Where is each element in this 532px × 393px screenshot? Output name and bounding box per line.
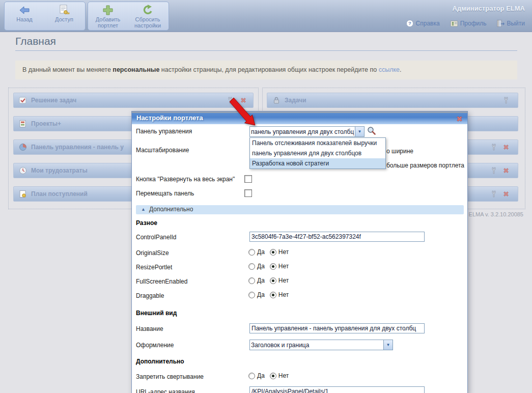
pie-chart-icon	[19, 143, 27, 151]
title-separator	[15, 50, 517, 51]
radio-no[interactable]	[270, 292, 276, 298]
combobox-dropdown-button[interactable]: ▼	[383, 340, 393, 350]
dropdown-option-new-strategy[interactable]: Разработка новой стратеги	[250, 158, 385, 169]
url-field-label: URL-адрес названия	[136, 388, 195, 393]
profile-link[interactable]: Профиль	[450, 19, 487, 27]
screen: Назад Доступ Добавить портлет Сбросит	[0, 0, 532, 393]
originalsize-radio-group: Да Нет	[248, 248, 294, 256]
project-doc-icon	[19, 120, 27, 128]
dropdown-option-revenue-tracking[interactable]: Панель отслеживания показателей выручки	[250, 138, 385, 148]
reset-settings-label: Сбросить настройки	[128, 16, 167, 29]
name-field-label: Название	[136, 325, 163, 332]
portlet-settings-dialog: Настройки портлета Панель управления ▼ М…	[131, 111, 468, 393]
reset-undo-icon	[142, 4, 154, 16]
scaling-option-fragment-larger: больше размеров портлета	[386, 162, 464, 169]
portlet-close-icon[interactable]	[502, 190, 510, 198]
radio-yes[interactable]	[248, 263, 255, 270]
portlet-settings-wrench-icon[interactable]	[490, 144, 497, 151]
portlet-title: Мои трудозатраты	[31, 163, 88, 178]
dialog-titlebar: Настройки портлета	[132, 111, 467, 124]
clock-icon	[19, 166, 27, 175]
portlet-close-icon[interactable]	[502, 144, 510, 151]
portlet-header-tasks-solving[interactable]: Решение задач	[13, 93, 254, 108]
radio-yes-label: Да	[257, 277, 265, 284]
portlet-settings-wrench-icon[interactable]	[490, 190, 497, 198]
radio-no[interactable]	[270, 249, 276, 256]
control-panel-dropdown-list: Панель отслеживания показателей выручки …	[249, 137, 386, 169]
radio-yes[interactable]	[248, 292, 255, 298]
help-icon: ?	[406, 19, 414, 27]
radio-yes[interactable]	[248, 373, 255, 379]
resizeportlet-radio-group: Да Нет	[248, 263, 294, 270]
add-portlet-button[interactable]: Добавить портлет	[88, 2, 128, 30]
search-magnifier-icon[interactable]	[367, 126, 376, 135]
add-portlet-label: Добавить портлет	[88, 16, 128, 29]
radio-no[interactable]	[270, 263, 276, 270]
toolbar-links: ? Справка Профиль Выйти	[406, 19, 525, 27]
radio-no-label: Нет	[278, 372, 289, 379]
fullscreenenabled-field-label: FullScreenEnabled	[136, 278, 187, 285]
style-combobox[interactable]: ▼	[249, 340, 393, 350]
move-panel-checkbox[interactable]	[244, 189, 252, 197]
portlet-title: План поступлений	[31, 187, 88, 201]
dialog-close-icon[interactable]	[456, 115, 463, 123]
radio-yes-label: Да	[257, 372, 265, 379]
radio-no-label: Нет	[278, 277, 289, 284]
dialog-title: Настройки портлета	[136, 114, 203, 122]
style-combobox-input[interactable]	[250, 340, 383, 350]
task-check-icon	[19, 96, 27, 104]
profile-link-label: Профиль	[460, 20, 487, 27]
portlet-settings-wrench-icon[interactable]	[502, 97, 510, 104]
radio-yes-label: Да	[257, 291, 265, 298]
notice-link[interactable]: ссылке	[379, 66, 400, 73]
name-input[interactable]	[249, 323, 425, 333]
top-toolbar: Назад Доступ Добавить портлет Сбросит	[0, 0, 532, 32]
radio-no[interactable]	[270, 373, 276, 379]
portlet-title: Панель управления - панель у	[31, 140, 124, 154]
additional-group-heading: Дополнительно	[136, 358, 184, 365]
fullscreen-checkbox[interactable]	[244, 175, 252, 183]
radio-yes-label: Да	[257, 263, 265, 270]
portlet-title: Решение задач	[31, 93, 76, 107]
notice-text-end: .	[400, 66, 401, 73]
access-button[interactable]: Доступ	[44, 2, 84, 30]
resizeportlet-field-label: ResizePortlet	[136, 264, 172, 271]
advanced-section-header[interactable]: ▲ Дополнительно	[136, 205, 464, 214]
radio-no-label: Нет	[278, 248, 289, 256]
control-panel-combobox[interactable]: ▼	[249, 126, 365, 137]
portlet-close-icon[interactable]	[502, 167, 510, 174]
control-panel-combobox-input[interactable]	[250, 127, 355, 136]
access-button-label: Доступ	[44, 16, 84, 22]
radio-yes[interactable]	[248, 277, 255, 284]
back-arrow-icon	[18, 4, 31, 16]
radio-yes[interactable]	[248, 249, 255, 256]
portlet-settings-wrench-icon[interactable]	[490, 167, 497, 174]
url-input[interactable]	[249, 386, 425, 393]
add-plus-icon	[102, 4, 114, 16]
control-panel-field-label: Панель управления	[136, 128, 192, 135]
help-link-label: Справка	[416, 20, 440, 27]
toolbar-group-nav: Назад Доступ	[4, 2, 86, 31]
controlpanelid-input[interactable]	[249, 232, 425, 242]
portlet-title: Проекты+	[31, 117, 61, 131]
logout-link[interactable]: Выйти	[496, 19, 525, 27]
portlet-header-tasks[interactable]: Задачи	[267, 93, 518, 108]
collapse-triangle-icon: ▲	[141, 207, 146, 212]
forbid-collapse-field-label: Запретить свертывание	[136, 373, 204, 380]
lock-icon	[272, 96, 281, 104]
radio-no[interactable]	[270, 277, 276, 284]
style-field-label: Оформление	[136, 342, 174, 349]
combobox-dropdown-button[interactable]: ▼	[355, 127, 364, 136]
toolbar-group-portlet: Добавить портлет Сбросить настройки	[88, 2, 169, 31]
dropdown-option-two-columns[interactable]: панель управления для двух столбцов	[250, 148, 385, 158]
misc-group-heading: Разное	[136, 219, 157, 227]
red-annotation-arrow	[226, 97, 262, 132]
reset-settings-button[interactable]: Сбросить настройки	[128, 2, 167, 30]
draggable-field-label: Draggable	[136, 292, 164, 299]
notice-text-bold: персональные	[113, 66, 159, 73]
logout-icon	[496, 19, 505, 27]
back-button[interactable]: Назад	[5, 2, 44, 30]
back-button-label: Назад	[5, 16, 44, 22]
originalsize-field-label: OriginalSize	[136, 249, 169, 257]
help-link[interactable]: ? Справка	[406, 19, 440, 27]
